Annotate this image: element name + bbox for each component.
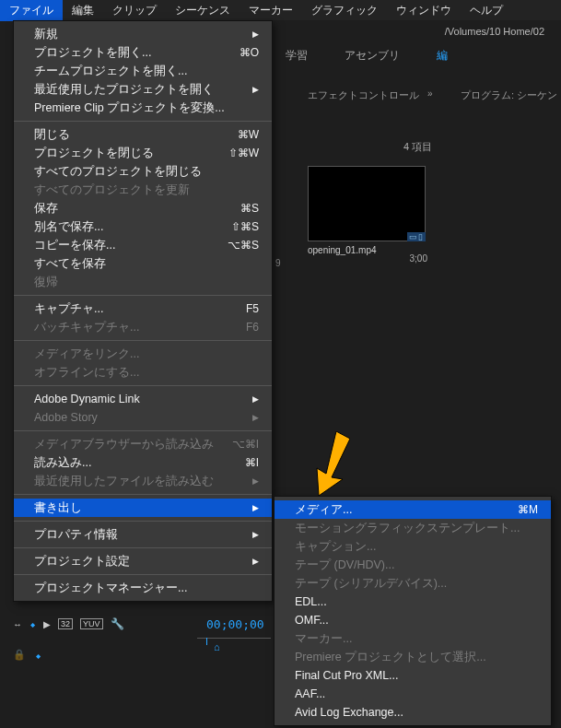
file-menu-item-label: プロパティ情報 xyxy=(34,527,118,543)
tab-edit[interactable]: 編 xyxy=(437,48,448,64)
file-menu-item-27: 最近使用したファイルを読み込む▶ xyxy=(14,472,272,490)
file-menu-item-1[interactable]: プロジェクトを開く...⌘O xyxy=(14,43,272,62)
export-menu-item-label: Premiere プロジェクトとして選択... xyxy=(295,650,486,665)
file-menu-item-label: 別名で保存... xyxy=(34,219,103,235)
file-menu-item-25: メディアブラウザーから読み込み⌥⌘I xyxy=(14,435,272,453)
export-menu-item-label: モーショングラフィックステンプレート... xyxy=(295,521,520,536)
workspace-tabs: 学習 アセンブリ 編 xyxy=(286,48,448,64)
tab-assembly[interactable]: アセンブリ xyxy=(345,48,400,64)
panel-effect-controls[interactable]: エフェクトコントロール xyxy=(308,88,419,102)
menubar-item-4[interactable]: マーカー xyxy=(240,0,302,21)
annotation-arrow-icon xyxy=(304,431,350,496)
shortcut: ⌘O xyxy=(240,46,259,59)
export-menu-item-label: キャプション... xyxy=(295,539,376,555)
file-menu-separator xyxy=(14,295,272,296)
file-menu-item-11[interactable]: 別名で保存...⇧⌘S xyxy=(14,217,272,236)
shortcut: F5 xyxy=(246,302,259,315)
clip-name: opening_01.mp4 xyxy=(308,245,426,255)
keyframe-icon[interactable]: ⬥ xyxy=(29,617,36,630)
submenu-arrow-icon: ▶ xyxy=(252,394,259,404)
shortcut: ⌘I xyxy=(245,456,259,469)
file-menu-item-label: 閉じる xyxy=(34,127,70,143)
timecode[interactable]: 00;00;00 xyxy=(206,617,264,631)
file-menu-item-label: プロジェクトを開く... xyxy=(34,45,151,61)
clip-thumbnail[interactable]: ▭▯ opening_01.mp4 3;00 xyxy=(308,166,426,262)
file-menu-item-label: Adobe Dynamic Link xyxy=(34,393,140,405)
file-menu-item-7[interactable]: プロジェクトを閉じる⇧⌘W xyxy=(14,144,272,162)
export-menu-item-11[interactable]: Avid Log Exchange... xyxy=(275,703,551,722)
file-menu-separator xyxy=(14,121,272,122)
file-menu-item-0[interactable]: 新規▶ xyxy=(14,25,272,43)
menubar-item-5[interactable]: グラフィック xyxy=(302,0,387,21)
file-menu-item-29[interactable]: 書き出し▶ xyxy=(14,499,272,517)
file-menu-item-17: バッチキャプチャ...F6 xyxy=(14,318,272,336)
submenu-arrow-icon: ▶ xyxy=(252,557,259,566)
shortcut: ⌥⌘S xyxy=(228,239,259,252)
chevron-right-icon[interactable]: » xyxy=(427,88,433,99)
file-menu-item-35[interactable]: プロジェクトマネージャー... xyxy=(14,579,272,597)
clip-duration: 3;00 xyxy=(410,253,427,264)
file-menu-item-label: 書き出し xyxy=(34,500,82,516)
export-submenu: メディア...⌘Mモーショングラフィックステンプレート...キャプション...テ… xyxy=(274,496,552,726)
clip-badge-icon: ▭▯ xyxy=(407,232,426,241)
row-edge-number: 9 xyxy=(275,258,281,268)
menubar-item-7[interactable]: ヘルプ xyxy=(461,0,512,21)
file-menu-item-20: オフラインにする... xyxy=(14,363,272,382)
export-menu-item-5[interactable]: EDL... xyxy=(275,593,551,611)
file-menu-separator xyxy=(14,340,272,341)
file-menu-item-6[interactable]: 閉じる⌘W xyxy=(14,125,272,144)
file-menu: 新規▶プロジェクトを開く...⌘Oチームプロジェクトを開く...最近使用したプロ… xyxy=(13,20,273,602)
file-menu-item-label: 最近使用したファイルを読み込む xyxy=(34,474,214,489)
file-menu-item-22[interactable]: Adobe Dynamic Link▶ xyxy=(14,390,272,408)
file-menu-separator xyxy=(14,574,272,575)
file-menu-item-2[interactable]: チームプロジェクトを開く... xyxy=(14,62,272,80)
export-menu-item-0[interactable]: メディア...⌘M xyxy=(275,500,551,519)
shortcut: ⌘M xyxy=(518,503,538,516)
playhead-icon[interactable]: ⌂ xyxy=(214,641,220,652)
wrench-icon[interactable]: 🔧 xyxy=(111,617,124,630)
file-menu-item-33[interactable]: プロジェクト設定▶ xyxy=(14,552,272,570)
file-menu-item-label: バッチキャプチャ... xyxy=(34,320,139,335)
export-menu-item-10[interactable]: AAF... xyxy=(275,685,551,703)
play-icon[interactable]: ▶ xyxy=(43,619,51,629)
menubar-item-2[interactable]: クリップ xyxy=(103,0,166,21)
file-menu-item-10[interactable]: 保存⌘S xyxy=(14,199,272,217)
shortcut: ⌘S xyxy=(240,202,259,215)
file-menu-item-31[interactable]: プロパティ情報▶ xyxy=(14,525,272,544)
file-menu-item-label: オフラインにする... xyxy=(34,365,139,381)
export-menu-item-9[interactable]: Final Cut Pro XML... xyxy=(275,666,551,685)
file-menu-item-19: メディアをリンク... xyxy=(14,345,272,363)
file-menu-item-label: コピーを保存... xyxy=(34,238,115,253)
menubar-item-6[interactable]: ウィンドウ xyxy=(387,0,461,21)
panel-program[interactable]: プログラム: シーケン xyxy=(461,88,557,102)
keyframe-icon-2[interactable]: ⬥ xyxy=(35,649,41,662)
time-ruler[interactable] xyxy=(197,638,271,651)
file-menu-item-16[interactable]: キャプチャ...F5 xyxy=(14,299,272,318)
export-menu-item-label: テープ (シリアルデバイス)... xyxy=(295,576,447,592)
file-menu-item-label: 読み込み... xyxy=(34,455,91,471)
file-menu-item-3[interactable]: 最近使用したプロジェクトを開く▶ xyxy=(14,80,272,99)
svg-marker-0 xyxy=(317,431,350,496)
tab-learn[interactable]: 学習 xyxy=(286,48,308,64)
file-menu-item-label: 最近使用したプロジェクトを開く xyxy=(34,82,214,98)
file-menu-item-13[interactable]: すべてを保存 xyxy=(14,254,272,273)
badge-32: 32 xyxy=(58,618,73,629)
shortcut: F6 xyxy=(246,321,259,334)
menubar-item-1[interactable]: 編集 xyxy=(63,0,103,21)
export-menu-item-label: Final Cut Pro XML... xyxy=(295,669,399,682)
export-menu-item-1: モーショングラフィックステンプレート... xyxy=(275,519,551,537)
file-menu-item-4[interactable]: Premiere Clip プロジェクトを変換... xyxy=(14,99,272,117)
file-menu-separator xyxy=(14,494,272,495)
lock-icon[interactable]: 🔒 xyxy=(13,649,26,662)
shortcut: ⇧⌘S xyxy=(231,220,259,233)
file-menu-item-8[interactable]: すべてのプロジェクトを閉じる xyxy=(14,162,272,181)
shortcut: ⇧⌘W xyxy=(228,147,259,159)
menubar-item-3[interactable]: シーケンス xyxy=(166,0,240,21)
snap-icon[interactable]: ↔ xyxy=(13,619,22,629)
menubar-item-0[interactable]: ファイル xyxy=(0,0,63,21)
file-menu-item-12[interactable]: コピーを保存...⌥⌘S xyxy=(14,236,272,254)
file-menu-item-26[interactable]: 読み込み...⌘I xyxy=(14,453,272,472)
export-menu-item-6[interactable]: OMF... xyxy=(275,611,551,629)
breadcrumb: /Volumes/10 Home/02 xyxy=(445,26,544,37)
submenu-arrow-icon: ▶ xyxy=(252,476,259,486)
